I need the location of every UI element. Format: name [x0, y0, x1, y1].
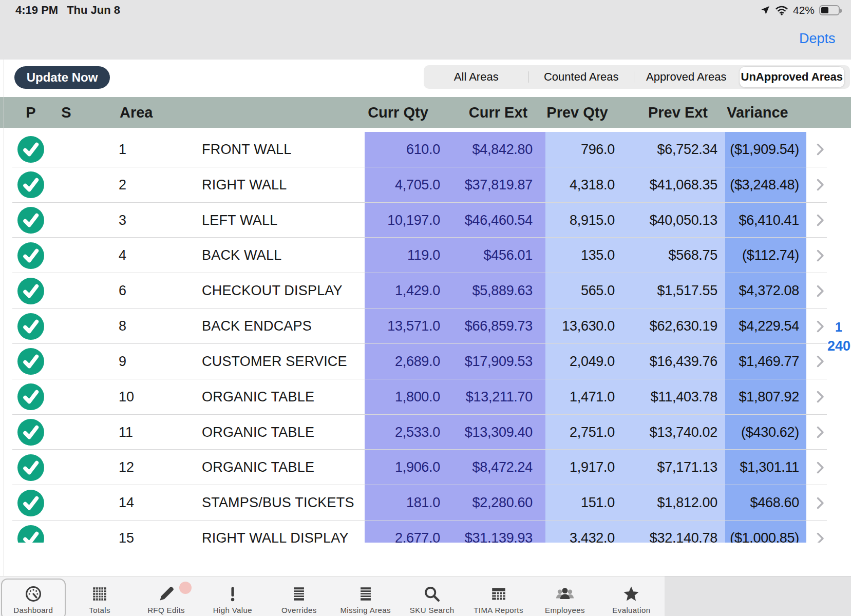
row-chevron-icon[interactable]: [817, 238, 824, 273]
table-row[interactable]: 14 STAMPS/BUS TICKETS 181.0 $2,280.60 15…: [0, 485, 851, 521]
variance-value: $6,410.41: [635, 203, 799, 238]
rfq-edits-badge: [179, 582, 192, 594]
variance-value: ($430.62): [635, 415, 799, 450]
area-number: 9: [119, 344, 126, 379]
left-pane-divider: [4, 60, 4, 576]
column-header-area: Area: [120, 97, 153, 128]
table-row[interactable]: 15 RIGHT WALL DISPLAY 2,677.0 $31,139.93…: [0, 521, 851, 543]
row-chevron-icon[interactable]: [817, 450, 824, 485]
tab-sku-search[interactable]: SKU Search: [399, 576, 465, 616]
variance-value: $468.60: [635, 485, 799, 521]
area-name: RIGHT WALL: [202, 167, 287, 203]
battery-percent: 42%: [793, 4, 815, 16]
area-number: 1: [119, 132, 126, 167]
area-number: 14: [119, 485, 134, 521]
approved-check-icon[interactable]: [17, 167, 44, 203]
tab-dashboard[interactable]: Dashboard: [0, 576, 66, 616]
status-bar: 4:19 PM Thu Jun 8 42% Depts: [0, 0, 851, 60]
tab-overrides[interactable]: Overrides: [266, 576, 332, 616]
area-filter-segmented-control: All Areas Counted Areas Approved Areas U…: [424, 65, 850, 89]
row-chevron-icon[interactable]: [817, 415, 824, 450]
row-chevron-icon[interactable]: [817, 344, 824, 379]
area-number: 8: [119, 309, 126, 344]
tab-evaluation[interactable]: Evaluation: [598, 576, 665, 616]
side-annotation-row: 1: [835, 320, 842, 335]
table-row[interactable]: 8 BACK ENDCAPS 13,571.0 $66,859.73 13,63…: [0, 309, 851, 344]
table-row[interactable]: 1 FRONT WALL 610.0 $4,842.80 796.0 $6,75…: [0, 132, 851, 167]
pencil-icon: [158, 585, 175, 603]
segment-counted-areas[interactable]: Counted Areas: [529, 65, 634, 89]
segment-all-areas[interactable]: All Areas: [424, 65, 529, 89]
variance-value: $4,372.08: [635, 273, 799, 309]
approved-check-icon[interactable]: [17, 203, 44, 238]
approved-check-icon[interactable]: [17, 379, 44, 415]
row-chevron-icon[interactable]: [817, 273, 824, 309]
variance-value: ($1,000.85): [635, 521, 799, 543]
table-row[interactable]: 9 CUSTOMER SERVICE 2,689.0 $17,909.53 2,…: [0, 344, 851, 379]
status-time: 4:19 PM: [15, 4, 58, 17]
area-number: 2: [119, 167, 126, 203]
tab-tima-reports[interactable]: TIMA Reports: [465, 576, 532, 616]
approved-check-icon[interactable]: [17, 309, 44, 344]
depts-link[interactable]: Depts: [799, 31, 836, 47]
tab-missing-areas[interactable]: Missing Areas: [332, 576, 399, 616]
exclamation-icon: [224, 585, 241, 603]
table-row[interactable]: 10 ORGANIC TABLE 1,800.0 $13,211.70 1,47…: [0, 379, 851, 415]
area-name: LEFT WALL: [202, 203, 277, 238]
approved-check-icon[interactable]: [17, 521, 44, 543]
location-icon: [760, 5, 770, 15]
variance-value: ($112.74): [635, 238, 799, 273]
tab-employees[interactable]: Employees: [532, 576, 598, 616]
area-name: BACK WALL: [202, 238, 281, 273]
table-header: P S Area Curr Qty Curr Ext Prev Qty Prev…: [0, 97, 851, 128]
approved-check-icon[interactable]: [17, 238, 44, 273]
variance-value: $4,229.54: [635, 309, 799, 344]
row-chevron-icon[interactable]: [817, 485, 824, 521]
toolbar: Update Now All Areas Counted Areas Appro…: [0, 60, 851, 97]
tab-totals[interactable]: Totals: [66, 576, 133, 616]
people-icon: [555, 585, 575, 603]
row-chevron-icon[interactable]: [817, 309, 824, 344]
table-row[interactable]: 4 BACK WALL 119.0 $456.01 135.0 $568.75 …: [0, 238, 851, 273]
approved-check-icon[interactable]: [17, 450, 44, 485]
report-icon: [490, 585, 507, 603]
segment-approved-areas[interactable]: Approved Areas: [634, 65, 739, 89]
battery-icon: [819, 5, 840, 15]
segment-divider: [634, 71, 634, 83]
approved-check-icon[interactable]: [17, 415, 44, 450]
tab-high-value[interactable]: High Value: [199, 576, 266, 616]
row-chevron-icon[interactable]: [817, 167, 824, 203]
segment-divider: [528, 71, 529, 83]
area-number: 6: [119, 273, 126, 309]
column-header-p: P: [17, 97, 44, 128]
segment-unapproved-areas[interactable]: UnApproved Areas: [739, 66, 845, 88]
bottom-tab-bar: Dashboard Totals RFQ Edits High Value Ov…: [0, 576, 851, 616]
table-row[interactable]: 6 CHECKOUT DISPLAY 1,429.0 $5,889.63 565…: [0, 273, 851, 309]
table-row[interactable]: 2 RIGHT WALL 4,705.0 $37,819.87 4,318.0 …: [0, 167, 851, 203]
grid-icon: [91, 585, 108, 603]
variance-value: ($1,909.54): [635, 132, 799, 167]
row-chevron-icon[interactable]: [817, 132, 824, 167]
row-chevron-icon[interactable]: [817, 203, 824, 238]
approved-check-icon[interactable]: [17, 273, 44, 309]
approved-check-icon[interactable]: [17, 344, 44, 379]
tab-rfq-edits[interactable]: RFQ Edits: [133, 576, 199, 616]
area-number: 12: [119, 450, 134, 485]
variance-value: ($3,248.48): [635, 167, 799, 203]
star-icon: [622, 585, 640, 603]
table-row[interactable]: 12 ORGANIC TABLE 1,906.0 $8,472.24 1,917…: [0, 450, 851, 485]
approved-check-icon[interactable]: [17, 485, 44, 521]
column-header-prev-qty: Prev Qty: [526, 97, 629, 128]
table-row[interactable]: 11 ORGANIC TABLE 2,533.0 $13,309.40 2,75…: [0, 415, 851, 450]
row-chevron-icon[interactable]: [817, 379, 824, 415]
gauge-icon: [25, 585, 42, 603]
column-header-s: S: [53, 97, 80, 128]
column-header-variance: Variance: [706, 97, 809, 128]
row-chevron-icon[interactable]: [817, 521, 824, 543]
area-number: 11: [119, 415, 133, 450]
update-now-button[interactable]: Update Now: [14, 66, 110, 89]
approved-check-icon[interactable]: [17, 132, 44, 167]
document-icon: [357, 585, 374, 603]
table-row[interactable]: 3 LEFT WALL 10,197.0 $46,460.54 8,915.0 …: [0, 203, 851, 238]
document-icon: [290, 585, 308, 603]
